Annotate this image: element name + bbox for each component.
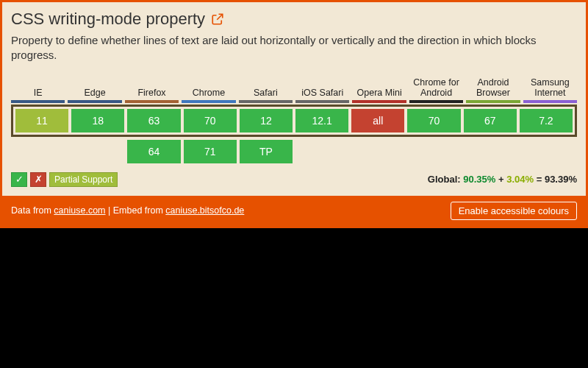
browser-name: Chrome for Android xyxy=(409,77,463,100)
version-cell[interactable]: 71 xyxy=(184,140,237,163)
browser-colour-bar xyxy=(182,100,235,103)
browser-column: Chrome for Android xyxy=(409,77,463,105)
browser-column: Chrome xyxy=(182,77,235,105)
title-row: CSS writing-mode property xyxy=(11,10,577,29)
browser-column: Firefox xyxy=(125,77,179,105)
browser-name: Opera Mini xyxy=(352,77,406,100)
browser-name: Chrome xyxy=(182,77,235,100)
browser-name: Samsung Internet xyxy=(523,77,577,100)
legend-supported: ✓ xyxy=(11,172,27,187)
browser-colour-bar xyxy=(409,100,463,103)
widget-footer: Data from caniuse.com | Embed from caniu… xyxy=(2,196,586,226)
version-cell[interactable]: all xyxy=(351,109,404,132)
browser-colour-bar xyxy=(295,100,349,103)
browser-column: Opera Mini xyxy=(352,77,406,105)
browser-column: Android Browser xyxy=(466,77,520,105)
browser-colour-bar xyxy=(68,100,121,103)
legend: ✓ ✗ Partial Support xyxy=(11,172,118,187)
browser-column: Safari xyxy=(239,77,293,105)
version-cell[interactable]: 11 xyxy=(15,109,68,132)
version-cell[interactable]: 70 xyxy=(407,109,460,132)
next-version-row: 6471TP xyxy=(11,140,577,163)
widget-body: CSS writing-mode property Property to de… xyxy=(2,2,586,196)
footer-credits: Data from caniuse.com | Embed from caniu… xyxy=(11,205,244,216)
global-plus: + xyxy=(498,174,504,185)
browser-name: Android Browser xyxy=(466,77,520,100)
browser-headers: IEEdgeFirefoxChromeSafariiOS SafariOpera… xyxy=(11,77,577,105)
version-cell[interactable]: 7.2 xyxy=(520,109,573,132)
browser-colour-bar xyxy=(466,100,520,103)
browser-name: iOS Safari xyxy=(295,77,349,100)
browser-colour-bar xyxy=(523,100,577,103)
version-cell[interactable]: 67 xyxy=(464,109,517,132)
browser-column: IE xyxy=(11,77,65,105)
global-partial-pct: 3.04% xyxy=(506,174,534,185)
version-cell[interactable]: 70 xyxy=(184,109,237,132)
embed-link[interactable]: caniuse.bitsofco.de xyxy=(165,205,244,216)
browser-name: Safari xyxy=(239,77,293,100)
browser-name: Firefox xyxy=(125,77,179,100)
browser-colour-bar xyxy=(125,100,179,103)
accessible-colours-button[interactable]: Enable accessible colours xyxy=(451,202,577,220)
footer-mid: | Embed from xyxy=(106,205,166,216)
browser-colour-bar xyxy=(352,100,406,103)
browser-column: iOS Safari xyxy=(295,77,349,105)
current-version-row: 111863701212.1all70677.2 xyxy=(11,105,577,137)
browser-column: Edge xyxy=(68,77,121,105)
browser-colour-bar xyxy=(11,100,65,103)
version-cell[interactable]: 12.1 xyxy=(295,109,348,132)
global-total-pct: 93.39% xyxy=(545,174,577,185)
browser-name: Edge xyxy=(68,77,121,100)
feature-description: Property to define whether lines of text… xyxy=(11,33,577,63)
legend-unsupported: ✗ xyxy=(30,172,46,187)
version-cell[interactable]: 63 xyxy=(127,109,180,132)
global-equals: = xyxy=(537,174,542,185)
browser-colour-bar xyxy=(239,100,293,103)
version-cell[interactable]: TP xyxy=(240,140,293,163)
footer-prefix: Data from xyxy=(11,205,54,216)
caniuse-widget: CSS writing-mode property Property to de… xyxy=(0,0,588,228)
version-cell[interactable]: 12 xyxy=(240,109,293,132)
version-cell[interactable]: 18 xyxy=(71,109,124,132)
global-label: Global: xyxy=(428,174,461,185)
browser-name: IE xyxy=(11,77,65,100)
external-link-icon[interactable] xyxy=(211,13,224,26)
global-usage: Global: 90.35% + 3.04% = 93.39% xyxy=(428,174,577,185)
browser-column: Samsung Internet xyxy=(523,77,577,105)
caniuse-link[interactable]: caniuse.com xyxy=(54,205,105,216)
legend-row: ✓ ✗ Partial Support Global: 90.35% + 3.0… xyxy=(11,172,577,187)
global-supported-pct: 90.35% xyxy=(463,174,495,185)
legend-partial: Partial Support xyxy=(49,172,118,187)
feature-title: CSS writing-mode property xyxy=(11,10,205,29)
version-cell[interactable]: 64 xyxy=(127,140,180,163)
